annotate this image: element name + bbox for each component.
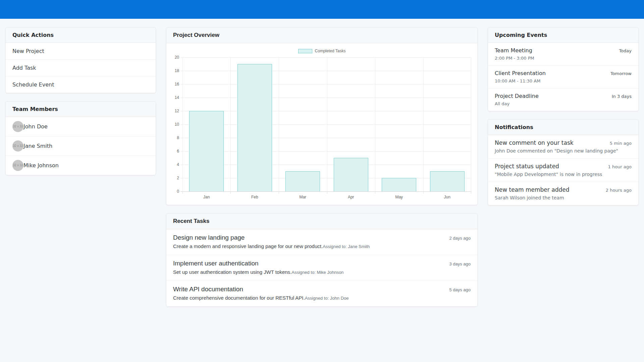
y-tick-label-8: 8: [177, 136, 179, 140]
quick-action-item[interactable]: Schedule Event: [6, 76, 156, 93]
project-overview-card: Project Overview Completed Tasks 0246810…: [166, 27, 478, 205]
y-tick-label-12: 12: [175, 109, 179, 113]
notifications-title: Notifications: [488, 120, 638, 135]
quick-action-item[interactable]: Add Task: [6, 60, 156, 76]
bar-may: [382, 178, 416, 191]
x-tick-label-jan: Jan: [182, 195, 231, 199]
upcoming-events-card: Upcoming Events Team Meeting Today 2:00 …: [488, 27, 639, 111]
bar-cell-jun: [423, 57, 472, 191]
x-tick-label-apr: Apr: [327, 195, 375, 199]
task-title: Write API documentation: [173, 286, 243, 293]
bar-cell-apr: [327, 57, 375, 191]
event-when-badge: Today: [619, 48, 632, 53]
event-time: 10:00 AM - 11:30 AM: [495, 78, 632, 83]
notification-detail: Sarah Wilson joined the team: [495, 195, 632, 200]
team-member-row: 32 x 32 Mike Johnson: [6, 156, 156, 175]
y-tick-label-0: 0: [177, 189, 179, 193]
chart-bars: [182, 57, 471, 191]
event-row-top: Project Deadline In 3 days: [495, 93, 632, 99]
task-title: Design new landing page: [173, 234, 245, 241]
bar-jan: [189, 111, 224, 191]
event-row-top: Client Presentation Tomorrow: [495, 70, 632, 76]
task-timestamp: 3 days ago: [449, 261, 471, 266]
x-tick-label-jun: Jun: [423, 195, 472, 199]
recent-tasks-list: Design new landing page 2 days ago Creat…: [166, 229, 477, 306]
x-tick-mark-0: [182, 191, 183, 194]
event-row: Client Presentation Tomorrow 10:00 AM - …: [488, 66, 638, 88]
task-description-line: Create comprehensive documentation for o…: [173, 295, 471, 301]
notification-timestamp: 1 hour ago: [608, 164, 632, 169]
notification-row-top: Project status updated 1 hour ago: [495, 163, 632, 170]
task-row-top: Implement user authentication 3 days ago: [173, 260, 471, 267]
bar-feb: [237, 64, 272, 191]
task-description-line: Set up user authentication system using …: [173, 269, 471, 275]
x-tick-mark-3: [327, 191, 327, 194]
y-tick-label-20: 20: [175, 55, 179, 59]
avatar: 32 x 32: [12, 121, 23, 132]
quick-actions-card: Quick Actions New Project Add Task Sched…: [5, 27, 156, 93]
bar-cell-may: [375, 57, 423, 191]
recent-tasks-title: Recent Tasks: [166, 214, 477, 229]
project-overview-title: Project Overview: [166, 27, 477, 43]
notification-title: New team member added: [495, 186, 569, 193]
event-title: Team Meeting: [495, 47, 532, 54]
quick-actions-title: Quick Actions: [6, 27, 156, 43]
task-description: Create comprehensive documentation for o…: [173, 295, 305, 301]
x-tick-mark-1: [230, 191, 231, 194]
notification-detail: "Mobile App Development" is now in progr…: [495, 172, 632, 177]
task-title: Implement user authentication: [173, 260, 259, 267]
task-description-line: Create a modern and responsive landing p…: [173, 243, 471, 249]
event-title: Client Presentation: [495, 70, 546, 76]
x-tick-mark-2: [279, 191, 279, 194]
y-tick-label-6: 6: [177, 149, 179, 153]
legend-label: Completed Tasks: [315, 49, 346, 53]
task-row: Implement user authentication 3 days ago…: [166, 255, 477, 281]
notifications-list: New comment on your task 5 min ago John …: [488, 135, 638, 205]
quick-action-item[interactable]: New Project: [6, 43, 156, 60]
task-row: Design new landing page 2 days ago Creat…: [166, 229, 477, 255]
team-members-title: Team Members: [6, 102, 156, 117]
y-tick-label-14: 14: [175, 96, 179, 100]
chart-plot: 02468101214161820: [182, 57, 471, 191]
task-row: Write API documentation 5 days ago Creat…: [166, 281, 477, 306]
dashboard-layout: Quick Actions New Project Add Task Sched…: [0, 19, 644, 315]
notification-title: New comment on your task: [495, 139, 574, 146]
app-header: [0, 0, 644, 19]
task-timestamp: 5 days ago: [449, 287, 471, 292]
avatar: 32 x 32: [12, 140, 23, 152]
chart-legend: Completed Tasks: [172, 48, 471, 54]
task-row-top: Write API documentation 5 days ago: [173, 286, 471, 293]
notification-row-top: New comment on your task 5 min ago: [495, 139, 632, 146]
notification-row: New comment on your task 5 min ago John …: [488, 135, 638, 159]
notification-timestamp: 2 hours ago: [606, 188, 632, 193]
x-tick-mark-4: [375, 191, 375, 194]
team-member-row: 32 x 32 John Doe: [6, 117, 156, 136]
task-row-top: Design new landing page 2 days ago: [173, 234, 471, 241]
y-tick-label-10: 10: [175, 122, 179, 126]
event-time: 2:00 PM - 3:00 PM: [495, 56, 632, 61]
chart-x-axis: JanFebMarAprMayJun: [182, 195, 471, 199]
upcoming-events-list: Team Meeting Today 2:00 PM - 3:00 PM Cli…: [488, 43, 638, 111]
event-time: All day: [495, 101, 632, 106]
project-overview-chart: Completed Tasks 02468101214161820 JanFeb…: [166, 43, 477, 205]
left-sidebar: Quick Actions New Project Add Task Sched…: [5, 27, 156, 183]
y-tick-label-16: 16: [175, 82, 179, 86]
avatar: 32 x 32: [12, 160, 23, 171]
bar-jun: [430, 171, 465, 191]
bar-cell-feb: [231, 57, 279, 191]
task-description: Create a modern and responsive landing p…: [173, 243, 323, 249]
y-tick-label-18: 18: [175, 69, 179, 73]
notification-row: Project status updated 1 hour ago "Mobil…: [488, 159, 638, 182]
notification-timestamp: 5 min ago: [610, 141, 632, 146]
team-member-row: 32 x 32 Jane Smith: [6, 136, 156, 156]
chart-plot-wrap: 02468101214161820: [182, 57, 471, 191]
notification-detail: John Doe commented on "Design new landin…: [495, 148, 632, 154]
notification-title: Project status updated: [495, 163, 559, 170]
x-tick-label-feb: Feb: [231, 195, 279, 199]
x-tick-label-mar: Mar: [279, 195, 327, 199]
notifications-card: Notifications New comment on your task 5…: [488, 119, 639, 205]
notification-row-top: New team member added 2 hours ago: [495, 186, 632, 193]
bar-mar: [285, 171, 320, 191]
x-tick-label-may: May: [375, 195, 423, 199]
team-members-list: 32 x 32 John Doe 32 x 32 Jane Smith 32 x…: [6, 117, 156, 175]
